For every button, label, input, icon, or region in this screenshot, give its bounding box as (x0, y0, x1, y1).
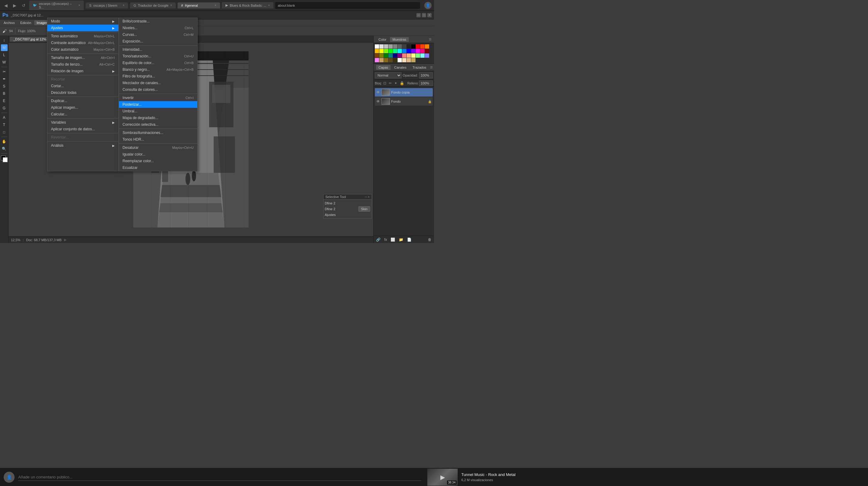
submenu-tonos-hdr[interactable]: Tonos HDR... (119, 136, 197, 143)
address-bar[interactable]: about:blank (275, 2, 420, 9)
tab-close-1[interactable]: × (78, 4, 80, 7)
tab-close-2[interactable]: × (123, 4, 124, 7)
tab-trazados[interactable]: Trazados (410, 65, 429, 70)
st-skin-btn[interactable]: Skin (359, 206, 370, 212)
swatch-lgreen1[interactable] (384, 49, 388, 53)
lock-position-btn[interactable]: ✦ (393, 81, 398, 86)
submenu-mezclador[interactable]: Mezclador de canales... (119, 80, 197, 86)
fill-input[interactable] (419, 81, 433, 86)
swatch-burlywood[interactable] (407, 58, 411, 62)
tool-wand[interactable]: W (1, 59, 8, 66)
layer-vis-1[interactable]: 👁 (376, 90, 380, 94)
swatch-lgray1[interactable] (379, 44, 383, 49)
panel-menu-icon[interactable]: ☰ (429, 38, 432, 41)
swatch-dbrown2[interactable] (393, 58, 397, 62)
menu-edicion[interactable]: Edición (18, 20, 34, 25)
tool-shape[interactable]: □ (1, 129, 8, 136)
swatch-dpurple[interactable] (398, 54, 402, 58)
layer-fondo[interactable]: 👁 Fondo 🔒 (375, 97, 433, 106)
blend-mode-select[interactable]: Normal (375, 72, 402, 78)
tool-lasso[interactable]: L (1, 52, 8, 58)
menu-analisis[interactable]: Análisis ▶ (48, 142, 118, 149)
tool-zoom[interactable]: 🔍 (1, 145, 8, 152)
back-button[interactable]: ◀ (2, 2, 9, 8)
swatch-brown1[interactable] (384, 58, 388, 62)
menu-descubrir[interactable]: Descubrir todas (48, 89, 118, 96)
st-minimize[interactable]: ─ (365, 195, 367, 199)
tab-close-3[interactable]: × (170, 4, 172, 7)
swatch-green1[interactable] (389, 49, 393, 53)
swatch-orange2[interactable] (425, 44, 429, 49)
tab-close-4[interactable]: × (215, 4, 216, 7)
canvas-tab-main[interactable]: _DSC7007.jpg al 12% (10, 37, 50, 41)
swatch-dgreen[interactable] (384, 54, 388, 58)
layer-fondo-copia[interactable]: 👁 Fondo copia (375, 88, 433, 96)
swatch-dgray1[interactable] (398, 44, 402, 49)
add-mask-btn[interactable]: ⬜ (390, 237, 396, 242)
browser-tab-4[interactable]: # #general × (178, 2, 220, 8)
submenu-niveles[interactable]: Niveles... Ctrl+L (119, 25, 197, 31)
tool-stamp[interactable]: S (1, 83, 8, 90)
swatch-dgray2[interactable] (402, 44, 406, 49)
menu-calcular[interactable]: Calcular... (48, 111, 118, 118)
layer-vis-2[interactable]: 👁 (376, 99, 380, 104)
lock-all-btn[interactable]: 🔒 (399, 81, 405, 86)
swatch-dolive[interactable] (379, 54, 383, 58)
swatch-white2[interactable] (398, 58, 402, 62)
menu-archivo[interactable]: Archivo (1, 20, 17, 25)
browser-tab-3[interactable]: G Traductor de Google × (130, 2, 176, 8)
swatch-gray1[interactable] (389, 44, 393, 49)
submenu-blanco-negro[interactable]: Blanco y negro... Alt+Mayús+Ctrl+B (119, 66, 197, 73)
submenu-sombras[interactable]: Sombras/iluminaciones... (119, 130, 197, 136)
tool-marquee[interactable]: M (1, 44, 8, 51)
swatch-wheat[interactable] (402, 58, 406, 62)
browser-tab-5[interactable]: ▶ Blues & Rock Ballads: ... × (222, 2, 274, 8)
swatch-lgray2[interactable] (384, 44, 388, 49)
swatch-lcyan[interactable] (420, 54, 425, 58)
link-layers-btn[interactable]: 🔗 (375, 237, 382, 242)
menu-duplicar[interactable]: Duplicar... (48, 97, 118, 104)
swatch-magenta[interactable] (416, 49, 420, 53)
swatch-dgray3[interactable] (407, 44, 411, 49)
swatch-teal1[interactable] (393, 49, 397, 53)
tool-move[interactable]: ↕ (1, 37, 8, 44)
submenu-ecualizar[interactable]: Ecualizar (119, 164, 197, 171)
submenu-umbral[interactable]: Umbral... (119, 108, 197, 115)
color-selector[interactable] (1, 155, 8, 162)
tab-color[interactable]: Color (376, 37, 389, 42)
swatch-lyellow[interactable] (411, 54, 415, 58)
swatch-dblue[interactable] (393, 54, 397, 58)
submenu-reemplazar[interactable]: Reemplazar color... (119, 158, 197, 164)
minimize-button[interactable]: ─ (416, 13, 421, 17)
swatch-purple1[interactable] (411, 49, 415, 53)
tool-eraser[interactable]: E (1, 97, 8, 104)
submenu-posterizar[interactable]: Posterizar... (119, 101, 197, 108)
menu-aplicar-imagen[interactable]: Aplicar imagen... (48, 104, 118, 111)
swatch-lblue2[interactable] (425, 54, 429, 58)
tab-close-5[interactable]: × (268, 4, 270, 7)
swatch-lblue[interactable] (402, 49, 406, 53)
menu-tamano-imagen[interactable]: Tamaño de imagen... Alt+Ctrl+I (48, 54, 118, 61)
lock-transparent-btn[interactable]: ⊡ (382, 81, 387, 86)
tool-crop[interactable]: ✂ (1, 68, 8, 75)
tab-swatches[interactable]: Muestras (390, 37, 408, 42)
swatch-goldenrod[interactable] (411, 58, 415, 62)
opacity-input[interactable] (419, 72, 433, 78)
submenu-igualar[interactable]: Igualar color... (119, 151, 197, 158)
swatch-orange1[interactable] (420, 44, 425, 49)
swatch-black[interactable] (411, 44, 415, 49)
submenu-curvas[interactable]: Curvas... Ctrl+M (119, 31, 197, 38)
submenu-intensidad[interactable]: Intensidad... (119, 46, 197, 53)
tool-pen[interactable]: ✒ (1, 76, 8, 82)
add-style-btn[interactable]: fx (383, 237, 388, 242)
swatch-lpink[interactable] (402, 54, 406, 58)
menu-variables[interactable]: Variables ▶ (48, 119, 118, 126)
swatch-gray2[interactable] (393, 44, 397, 49)
submenu-tono-sat[interactable]: Tono/saturación... Ctrl+U (119, 53, 197, 60)
swatch-white[interactable] (375, 44, 379, 49)
swatch-brown2[interactable] (389, 58, 393, 62)
menu-contraste-auto[interactable]: Contraste automático Alt+Mayús+Ctrl+L (48, 39, 118, 46)
menu-ajustes[interactable]: Ajustes ▶ (48, 25, 118, 31)
lock-pixels-btn[interactable]: ✏ (388, 81, 393, 86)
swatch-dred[interactable] (425, 49, 429, 53)
